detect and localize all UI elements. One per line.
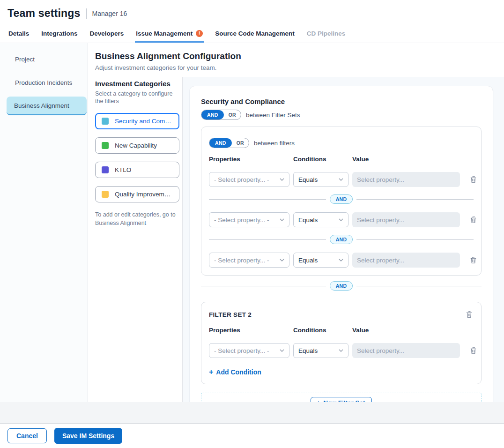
property-select[interactable]: - Select property... - — [209, 172, 289, 187]
tab-source-code-management[interactable]: Source Code Management — [214, 25, 296, 43]
plus-icon: + — [209, 368, 213, 376]
filter-row: - Select property... - Equals — [209, 172, 474, 187]
main-columns: Investment Categories Select a category … — [88, 77, 504, 402]
add-condition-label: Add Condition — [216, 368, 261, 376]
tab-label: Issue Management — [136, 30, 193, 37]
trash-icon — [470, 347, 477, 354]
condition-select-value: Equals — [298, 217, 318, 224]
chevron-down-icon — [339, 349, 343, 352]
category-label: Security and Compli... — [115, 118, 173, 125]
category-color-swatch — [102, 191, 109, 198]
tab-details[interactable]: Details — [7, 25, 30, 43]
and-connector: AND — [209, 194, 474, 204]
category-filter-card: Security and Compliance AND OR between F… — [190, 86, 493, 424]
categories-title: Investment Categories — [95, 80, 178, 88]
value-column-header: Value — [352, 326, 460, 335]
section-title: Business Alignment Configuration — [95, 51, 493, 61]
filter-set-2: FILTER SET 2 Properties Conditions Value — [201, 302, 482, 384]
condition-select-value: Equals — [298, 347, 318, 354]
property-select-placeholder: - Select property... - — [214, 217, 269, 224]
tab-developers[interactable]: Developers — [89, 25, 125, 43]
property-select-placeholder: - Select property... - — [214, 176, 269, 183]
between-filter-sets-label: between Filter Sets — [246, 112, 300, 119]
category-button-ktlo[interactable]: KTLO — [95, 162, 179, 178]
and-or-toggle[interactable]: AND OR — [201, 110, 241, 120]
filter-row: - Select property... - Equals — [209, 343, 474, 358]
sidebar-item-project[interactable]: Project — [0, 50, 88, 69]
save-im-settings-button[interactable]: Save IM Settings — [54, 428, 122, 444]
chevron-down-icon — [280, 178, 284, 181]
category-button-quality-improvements[interactable]: Quality Improvements — [95, 186, 179, 202]
chevron-down-icon — [280, 218, 284, 221]
chevron-down-icon — [339, 218, 343, 221]
and-connector-between-sets: AND — [201, 281, 482, 291]
value-input[interactable] — [352, 343, 460, 358]
category-color-swatch — [102, 118, 109, 125]
delete-row-button[interactable] — [469, 346, 478, 355]
section-header: Business Alignment Configuration Adjust … — [88, 43, 504, 77]
property-select[interactable]: - Select property... - — [209, 212, 289, 227]
or-option[interactable]: OR — [232, 138, 249, 148]
tab-issue-management[interactable]: Issue Management ! — [135, 25, 204, 43]
app-header: Team settings Manager 16 — [0, 0, 504, 25]
team-name: Manager 16 — [92, 10, 127, 17]
settings-sidebar: Project Production Incidents Business Al… — [0, 43, 88, 402]
tab-integrations[interactable]: Integrations — [40, 25, 78, 43]
value-input[interactable] — [352, 212, 460, 227]
chevron-down-icon — [339, 178, 343, 181]
sidebar-item-business-alignment[interactable]: Business Alignment — [7, 97, 87, 115]
tab-cd-pipelines: CD Pipelines — [306, 25, 347, 43]
condition-select[interactable]: Equals — [293, 212, 348, 227]
column-headers: Properties Conditions Value — [209, 326, 474, 335]
tab-bar: Details Integrations Developers Issue Ma… — [0, 25, 504, 43]
filter-row: - Select property... - Equals — [209, 253, 474, 268]
category-button-security-and-compliance[interactable]: Security and Compli... — [95, 113, 179, 129]
delete-filter-set-button[interactable] — [465, 310, 474, 319]
category-color-swatch — [102, 166, 109, 173]
add-condition-button[interactable]: + Add Condition — [209, 368, 261, 376]
filter-set-2-title: FILTER SET 2 — [209, 311, 463, 318]
property-select[interactable]: - Select property... - — [209, 343, 289, 358]
categories-note: To add or edit categories, go to Busines… — [95, 210, 177, 227]
value-input[interactable] — [352, 253, 460, 268]
main-content: Business Alignment Configuration Adjust … — [88, 43, 504, 402]
and-or-toggle[interactable]: AND OR — [209, 138, 249, 148]
condition-select-value: Equals — [298, 176, 318, 183]
and-connector-pill: AND — [330, 194, 353, 204]
property-select[interactable]: - Select property... - — [209, 253, 289, 268]
column-headers: Properties Conditions Value — [209, 155, 474, 164]
cancel-button[interactable]: Cancel — [7, 428, 47, 443]
trash-icon — [466, 311, 473, 318]
chevron-down-icon — [339, 259, 343, 261]
category-color-swatch — [102, 142, 109, 149]
category-button-new-capability[interactable]: New Capability — [95, 137, 179, 154]
delete-row-button[interactable] — [469, 255, 478, 265]
chevron-down-icon — [280, 259, 284, 261]
filter-set-2-header: FILTER SET 2 — [209, 310, 474, 319]
value-column-header: Value — [352, 155, 460, 164]
prefooter-band — [0, 402, 504, 423]
sidebar-item-production-incidents[interactable]: Production Incidents — [0, 73, 88, 92]
value-input[interactable] — [352, 172, 460, 187]
categories-description: Select a category to configure the filte… — [95, 90, 175, 105]
and-connector-pill: AND — [330, 281, 353, 291]
filter-sets-operator-row: AND OR between Filter Sets — [201, 110, 482, 120]
and-connector: AND — [209, 235, 474, 244]
category-label: Quality Improvements — [115, 191, 173, 198]
title-divider — [86, 8, 87, 19]
filter-set-1: AND OR between filters Properties Condit… — [201, 127, 482, 276]
property-select-placeholder: - Select property... - — [214, 257, 269, 264]
condition-select[interactable]: Equals — [293, 172, 348, 187]
condition-select[interactable]: Equals — [293, 253, 348, 268]
and-option[interactable]: AND — [201, 110, 224, 119]
and-option[interactable]: AND — [209, 138, 232, 148]
trash-icon — [470, 256, 477, 264]
category-label: KTLO — [115, 166, 131, 173]
delete-row-button[interactable] — [469, 175, 478, 184]
chevron-down-icon — [280, 349, 284, 352]
delete-row-button[interactable] — [469, 215, 478, 224]
properties-column-header: Properties — [209, 155, 289, 164]
condition-select[interactable]: Equals — [293, 343, 348, 358]
selected-category-title: Security and Compliance — [201, 97, 482, 105]
or-option[interactable]: OR — [224, 110, 241, 119]
